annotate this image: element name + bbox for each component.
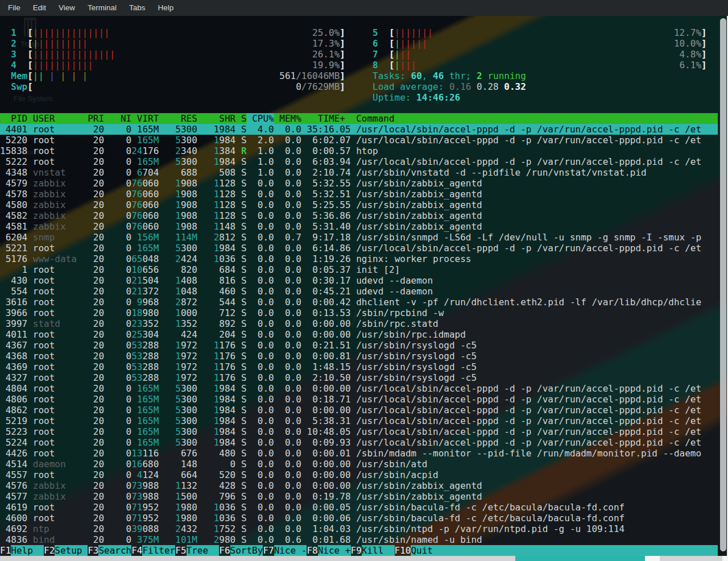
process-row[interactable]: 5222 root 20 0 165M 5300 1984 S 1.0 0.0 …	[0, 156, 718, 167]
cell-command: /usr/sbin/zabbix_agentd	[351, 480, 482, 491]
menu-tabs[interactable]: Tabs	[123, 0, 152, 16]
process-row[interactable]: 4578 zabbix 20 076060 1908 1128 S 0.0 0.…	[0, 189, 718, 200]
fkey-f9[interactable]: F9	[351, 545, 362, 556]
cell-pid: 4367	[0, 340, 27, 351]
process-row[interactable]: 15838 root 20 024176 2340 1384 R 1.0 0.0…	[0, 146, 718, 156]
process-row[interactable]: 5219 root 20 0 165M 5300 1984 S 0.0 0.0 …	[0, 415, 718, 426]
process-row[interactable]: 4426 root 20 013116 676 480 S 0.0 0.0 0:…	[0, 448, 718, 459]
fkey-f10[interactable]: F10	[395, 545, 411, 556]
process-row[interactable]: 4806 root 20 0 165M 5300 1984 S 0.0 0.0 …	[0, 394, 718, 405]
cell-pid: 4579	[0, 178, 27, 189]
process-row[interactable]: 4401 root 20 0 165M 5300 1984 S 4.0 0.0 …	[0, 124, 718, 135]
fkey-label-quit[interactable]: Quit	[411, 545, 444, 556]
process-row[interactable]: 4576 zabbix 20 073988 1132 428 S 0.0 0.0…	[0, 480, 718, 491]
process-row[interactable]: 5224 root 20 0 165M 5300 1984 S 0.0 0.0 …	[0, 437, 718, 448]
process-row[interactable]: 4581 zabbix 20 076060 1908 1148 S 0.0 0.…	[0, 221, 718, 232]
fkey-f2[interactable]: F2	[44, 545, 55, 556]
cell-virt: 53	[131, 340, 142, 351]
col-res[interactable]: RES	[159, 113, 197, 124]
cell-mem: 0.0	[274, 178, 301, 189]
cell-time: 5:36.86	[301, 210, 351, 221]
process-row[interactable]: 5221 root 20 0 165M 5300 1984 S 0.0 0.0 …	[0, 243, 718, 254]
process-row[interactable]: 4557 root 20 0 4124 664 520 S 0.0 0.0 0:…	[0, 469, 718, 480]
cell-cpu: 2.0	[247, 135, 274, 146]
col-state[interactable]: S	[235, 113, 246, 124]
process-row[interactable]: 4600 root 20 071952 1980 1036 S 0.0 0.0 …	[0, 513, 718, 523]
cell-mem: 0.0	[274, 405, 301, 415]
fkey-f7[interactable]: F7	[263, 545, 274, 556]
process-row[interactable]: 4367 root 20 053288 1972 1176 S 0.0 0.0 …	[0, 340, 718, 351]
menu-terminal[interactable]: Terminal	[81, 0, 123, 16]
process-row[interactable]: 4577 zabbix 20 073988 1500 796 S 0.0 0.0…	[0, 491, 718, 502]
process-row[interactable]: 4327 root 20 053288 1972 1176 S 0.0 0.0 …	[0, 372, 718, 383]
process-row[interactable]: 4369 root 20 053288 1972 1176 S 0.0 0.0 …	[0, 361, 718, 372]
process-row[interactable]: 4514 daemon 20 016680 148 0 S 0.0 0.0 0:…	[0, 459, 718, 469]
process-row[interactable]: 4804 root 20 0 165M 5300 1984 S 0.0 0.0 …	[0, 383, 718, 394]
cell-state: S	[235, 469, 246, 480]
process-row[interactable]: 4579 zabbix 20 076060 1908 1128 S 0.0 0.…	[0, 178, 718, 189]
cell-state: S	[235, 254, 246, 264]
process-row[interactable]: 1 root 20 010656 820 684 S 0.0 0.0 0:05.…	[0, 264, 718, 275]
cell-mem: 0.6	[274, 534, 301, 545]
process-row[interactable]: 4619 root 20 071952 1980 1036 S 0.0 0.0 …	[0, 502, 718, 513]
fkey-label-filter[interactable]: Filter	[142, 545, 175, 556]
col-pri[interactable]: PRI	[82, 113, 105, 124]
menu-edit[interactable]: Edit	[27, 0, 52, 16]
fkey-f4[interactable]: F4	[131, 545, 142, 556]
cpu-bar-red: |||||	[400, 38, 427, 49]
process-row[interactable]: 554 root 20 021372 1048 460 S 0.0 0.0 0:…	[0, 286, 718, 297]
scrollbar-thumb[interactable]	[720, 18, 726, 551]
process-row[interactable]: 6204 snmp 20 0 156M 114M 2812 S 0.0 0.7 …	[0, 232, 718, 243]
fkey-label-nice[interactable]: Nice -	[274, 545, 307, 556]
fkey-label-tree[interactable]: Tree	[187, 545, 220, 556]
fkey-f8[interactable]: F8	[307, 545, 317, 556]
process-row[interactable]: 4580 zabbix 20 076060 1908 1128 S 0.0 0.…	[0, 200, 718, 210]
menu-help[interactable]: Help	[152, 0, 180, 16]
col-command[interactable]: Command	[351, 113, 395, 124]
fkey-label-sortby[interactable]: SortBy	[230, 545, 263, 556]
col-mem[interactable]: MEM%	[274, 113, 301, 124]
process-row[interactable]: 3966 root 20 018980 1000 712 S 0.0 0.0 0…	[0, 307, 718, 318]
col-virt[interactable]: VIRT	[131, 113, 159, 124]
menu-view[interactable]: View	[52, 0, 81, 16]
col-user[interactable]: USER	[27, 113, 82, 124]
cell-user: zabbix	[27, 200, 82, 210]
process-row[interactable]: 4836 bind 20 0 375M 101M 2980 S 0.0 0.6 …	[0, 534, 718, 545]
scrollbar[interactable]	[718, 16, 728, 556]
fkey-f5[interactable]: F5	[175, 545, 186, 556]
col-time[interactable]: TIME+	[301, 113, 351, 124]
col-cpu-sort[interactable]: CPU%	[247, 113, 274, 124]
process-row[interactable]: 430 root 20 021504 1408 816 S 0.0 0.0 0:…	[0, 275, 718, 286]
process-row[interactable]: 4348 vnstat 20 0 6704 688 508 S 1.0 0.0 …	[0, 167, 718, 178]
process-row[interactable]: 5223 root 20 0 165M 5300 1984 S 0.0 0.0 …	[0, 426, 718, 437]
cell-command: /usr/local/sbin/accel-pppd -d -p /var/ru…	[351, 394, 702, 405]
process-table-header[interactable]: PID USER PRI NI VIRT RES SHR S CPU% MEM%…	[0, 113, 718, 124]
process-row[interactable]: 4692 ntp 20 039088 2432 1752 S 0.0 0.0 1…	[0, 523, 718, 534]
process-row[interactable]: 5220 root 20 0 165M 5300 1984 S 2.0 0.0 …	[0, 135, 718, 146]
cell-pid: 4582	[0, 210, 27, 221]
col-shr[interactable]: SHR	[197, 113, 235, 124]
fkey-label-help[interactable]: Help	[11, 545, 44, 556]
fkey-label-nice[interactable]: Nice +	[318, 545, 351, 556]
process-row[interactable]: 3616 root 20 0 9968 2872 544 S 0.0 0.0 0…	[0, 297, 718, 307]
cell-res: 1	[159, 340, 181, 351]
cell-mem: 0.0	[274, 480, 301, 491]
cell-pid: 4557	[0, 469, 27, 480]
cell-command: /usr/local/sbin/accel-pppd -d -p /var/ru…	[351, 243, 702, 254]
process-row[interactable]: 4011 root 20 025304 424 204 S 0.0 0.0 0:…	[0, 329, 718, 340]
process-row[interactable]: 5176 www-data 20 065048 2424 1036 S 0.0 …	[0, 254, 718, 264]
process-row[interactable]: 4862 root 20 0 165M 5300 1984 S 0.0 0.0 …	[0, 405, 718, 415]
cell-time: 0:09.93	[301, 437, 351, 448]
col-pid[interactable]: PID	[0, 113, 27, 124]
fkey-f6[interactable]: F6	[219, 545, 230, 556]
fkey-label-kill[interactable]: Kill	[362, 545, 395, 556]
fkey-label-search[interactable]: Search	[98, 545, 131, 556]
process-row[interactable]: 4368 root 20 053288 1972 1176 S 0.0 0.0 …	[0, 351, 718, 361]
fkey-f3[interactable]: F3	[88, 545, 98, 556]
menu-file[interactable]: File	[2, 0, 27, 16]
fkey-f1[interactable]: F1	[0, 545, 11, 556]
process-row[interactable]: 3997 statd 20 023352 1352 892 S 0.0 0.0 …	[0, 318, 718, 329]
fkey-label-setup[interactable]: Setup	[55, 545, 88, 556]
col-ni[interactable]: NI	[104, 113, 131, 124]
process-row[interactable]: 4582 zabbix 20 076060 1908 1128 S 0.0 0.…	[0, 210, 718, 221]
